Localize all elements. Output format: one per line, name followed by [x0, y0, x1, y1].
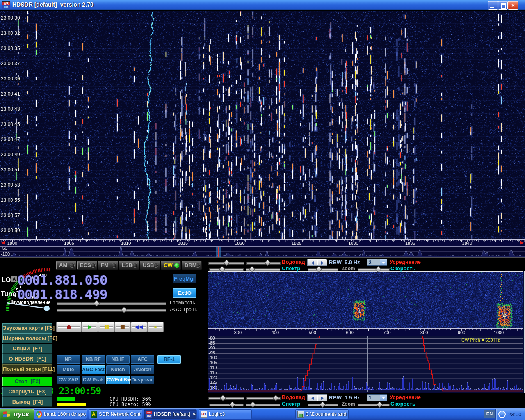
- mode-button-ecss[interactable]: ECSS: [77, 261, 97, 270]
- menu-button-2[interactable]: Ширина полосы [F6]: [2, 333, 52, 343]
- mode-button-lsb[interactable]: LSB: [119, 261, 139, 270]
- top-spin-left-button[interactable]: [308, 260, 317, 266]
- rf-overview-spectrum-canvas[interactable]: [0, 246, 525, 258]
- bottom-waterfall-slider-b[interactable]: [246, 396, 281, 400]
- bottom-speed-slider[interactable]: [358, 403, 390, 406]
- bottom-waterfall-slider-b-thumb[interactable]: [273, 395, 279, 402]
- bottom-spectrum-slider-a-thumb[interactable]: [229, 402, 236, 408]
- start-button[interactable]: пуск: [0, 409, 36, 420]
- dsp-button-agc-fast[interactable]: AGC Fast: [82, 365, 105, 374]
- volume-slider[interactable]: [57, 301, 166, 305]
- lo-frequency-display[interactable]: 0001.881.050: [17, 272, 107, 288]
- top-zoom-slider[interactable]: [308, 267, 338, 271]
- top-waterfall-slider-b-track[interactable]: [246, 262, 281, 265]
- scale-left-arrow-icon[interactable]: [1, 241, 5, 245]
- hide-icons-button[interactable]: ‹: [498, 411, 506, 418]
- menu-button-5[interactable]: Полный экран [F11]: [2, 364, 52, 374]
- top-spin-right-button[interactable]: [318, 260, 327, 266]
- bottom-spin-left-button[interactable]: [308, 395, 317, 401]
- bottom-zoom-slider[interactable]: [308, 403, 338, 406]
- rf-gain-button[interactable]: RF-1: [158, 355, 181, 364]
- scale-right-arrow-icon[interactable]: [520, 241, 524, 245]
- dsp-button-despread[interactable]: Despread: [131, 376, 154, 384]
- bottom-rbw-spinner[interactable]: [307, 394, 327, 401]
- close-button[interactable]: ×: [508, 1, 518, 10]
- dropdown-arrow-button[interactable]: [380, 395, 387, 401]
- dsp-button-notch[interactable]: Notch: [106, 365, 130, 374]
- dsp-button-nb-rf[interactable]: NB RF: [82, 355, 105, 364]
- top-spectrum-slider-b[interactable]: [246, 267, 280, 271]
- agc-threshold-slider[interactable]: [57, 308, 166, 312]
- title-bar[interactable]: WRHD HDSDR [default] version 2.70 ×: [0, 0, 525, 10]
- rewind-button[interactable]: ◀◀: [131, 322, 147, 332]
- bottom-spin-right-button[interactable]: [318, 395, 327, 401]
- bottom-waterfall-slider-a-track[interactable]: [208, 397, 244, 400]
- mode-button-cw[interactable]: CW: [161, 261, 181, 270]
- bottom-waterfall-slider-a[interactable]: [208, 396, 244, 400]
- menu-button-1[interactable]: Звуковая карта [F5]: [2, 323, 52, 333]
- stop-button[interactable]: ■: [114, 322, 131, 332]
- menu-button-3[interactable]: Опции [F7]: [2, 344, 52, 354]
- top-waterfall-slider-b[interactable]: [246, 261, 281, 265]
- bottom-speed-slider-track[interactable]: [358, 404, 390, 406]
- agc-threshold-slider-track[interactable]: [57, 309, 166, 312]
- mode-button-am[interactable]: AM: [56, 261, 76, 270]
- tune-frequency-display[interactable]: 0001.818.499: [17, 287, 107, 302]
- top-zoom-slider-track[interactable]: [308, 268, 338, 271]
- pause-button[interactable]: ▮▮: [98, 322, 114, 332]
- rf-waterfall-canvas[interactable]: [0, 11, 525, 239]
- mode-button-drm[interactable]: DRM: [182, 261, 202, 270]
- top-rbw-spinner[interactable]: [307, 259, 327, 266]
- task-button-1[interactable]: band: 160m dx spots ...: [34, 409, 87, 419]
- dsp-button-nr[interactable]: NR: [57, 355, 80, 364]
- freqmgr-button[interactable]: FreqMgr: [173, 274, 196, 283]
- dropdown-arrow-button[interactable]: [380, 259, 387, 265]
- task-button-3[interactable]: WRHDHDSDR [default] ver...: [144, 409, 197, 419]
- bottom-spectrum-slider-b-thumb[interactable]: [250, 402, 256, 408]
- top-speed-slider-track[interactable]: [358, 268, 390, 271]
- mode-button-usb[interactable]: USB: [140, 261, 160, 270]
- task-button-5[interactable]: C:\Documents and Se...: [295, 409, 349, 419]
- task-button-4[interactable]: HXLoghx3: [199, 409, 252, 419]
- agc-threshold-slider-thumb[interactable]: [121, 307, 128, 313]
- top-waterfall-slider-a[interactable]: [208, 261, 244, 265]
- bottom-zoom-slider-thumb[interactable]: [320, 402, 326, 408]
- rf-frequency-scale[interactable]: 180018051810181518201825183018351840: [0, 239, 525, 246]
- dsp-button-afc[interactable]: AFC: [131, 355, 154, 364]
- menu-button-6[interactable]: Стоп [F2]: [2, 377, 52, 386]
- bottom-waterfall-slider-a-thumb[interactable]: [220, 395, 226, 402]
- bottom-spectrum-slider-b[interactable]: [246, 403, 280, 406]
- rf-overview-spectrum[interactable]: -50 -100: [0, 246, 525, 258]
- bottom-spectrum-slider-a-track[interactable]: [209, 404, 244, 406]
- record-button[interactable]: ●: [56, 322, 82, 332]
- dsp-button-anotch[interactable]: ANotch: [131, 365, 154, 374]
- extio-button[interactable]: ExtIO: [173, 288, 196, 298]
- task-button-2[interactable]: ASDR Network Control ...: [89, 409, 142, 419]
- top-spectrum-slider-a[interactable]: [209, 267, 244, 271]
- menu-button-4[interactable]: О HDSDR [F1]: [2, 354, 52, 364]
- loop-button[interactable]: ∞: [147, 322, 164, 332]
- volume-slider-track[interactable]: [57, 302, 166, 305]
- top-spectrum-slider-a-track[interactable]: [209, 268, 244, 271]
- band-letter-box[interactable]: A: [11, 276, 17, 282]
- top-averaging-dropdown[interactable]: 2: [367, 259, 387, 266]
- af-waterfall-canvas[interactable]: [208, 271, 523, 328]
- bottom-speed-slider-thumb[interactable]: [377, 402, 383, 408]
- dsp-button-mute[interactable]: Mute: [57, 365, 80, 374]
- menu-button-8[interactable]: Выход [F4]: [2, 397, 52, 407]
- top-waterfall-slider-b-thumb[interactable]: [265, 260, 271, 266]
- play-button[interactable]: ▶: [82, 322, 98, 332]
- dsp-button-cw-zap[interactable]: CW ZAP: [57, 376, 80, 384]
- bottom-averaging-dropdown[interactable]: 1: [367, 394, 387, 401]
- dsp-button-nb-if[interactable]: NB IF: [106, 355, 130, 364]
- bottom-spectrum-slider-a[interactable]: [209, 403, 244, 406]
- menu-button-7[interactable]: Свернуть [F3]: [2, 387, 52, 397]
- volume-slider-thumb[interactable]: [94, 300, 100, 307]
- language-indicator[interactable]: EN: [484, 410, 495, 418]
- top-waterfall-slider-a-thumb[interactable]: [224, 260, 230, 266]
- restore-button[interactable]: [498, 1, 508, 10]
- minimize-button[interactable]: [488, 1, 498, 10]
- dsp-button-cwfullbw[interactable]: CWFullBw: [106, 376, 130, 384]
- dsp-button-cw-peak[interactable]: CW Peak: [82, 376, 105, 384]
- top-speed-slider[interactable]: [358, 267, 390, 271]
